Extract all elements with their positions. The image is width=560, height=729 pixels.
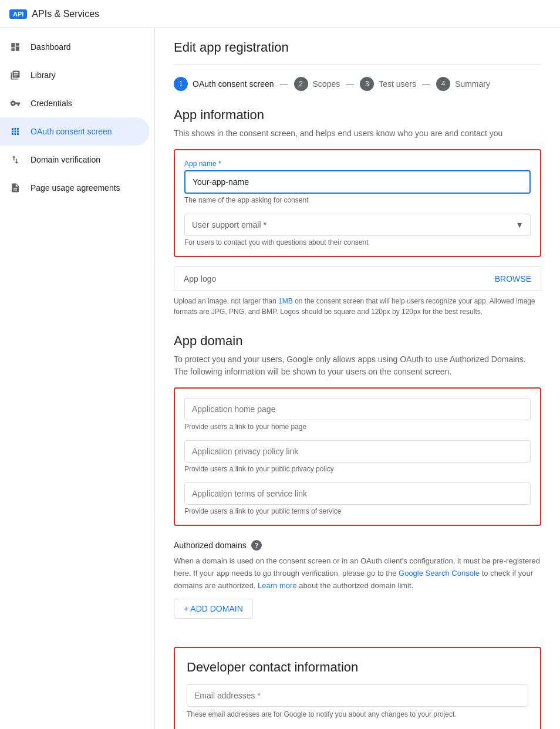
email-addresses-input[interactable] (187, 684, 528, 707)
app-name-label: App name * (184, 160, 531, 168)
app-name-card: App name * The name of the app asking fo… (174, 149, 541, 257)
app-name-hint: The name of the app asking for consent (184, 196, 531, 204)
page-usage-label: Page usage agreements (31, 183, 120, 193)
sidebar: Dashboard Library Credentials OAuth cons… (0, 28, 155, 729)
library-icon (9, 69, 21, 81)
app-domain-section: App domain To protect you and your users… (174, 333, 541, 526)
step-sep-1: — (280, 79, 288, 89)
service-name: APIs & Services (32, 9, 99, 19)
add-domain-button[interactable]: + ADD DOMAIN (174, 599, 253, 619)
step-4-num: 4 (436, 77, 450, 91)
home-page-hint: Provide users a link to your home page (184, 423, 531, 431)
user-support-wrapper: User support email * ▼ (184, 214, 531, 236)
home-page-field: Provide users a link to your home page (184, 398, 531, 431)
dashboard-label: Dashboard (31, 42, 71, 52)
privacy-policy-hint: Provide users a link to your public priv… (184, 465, 531, 473)
step-1: 1 OAuth consent screen (174, 77, 274, 91)
step-4: 4 Summary (436, 77, 490, 91)
credentials-label: Credentials (31, 99, 72, 108)
step-2: 2 Scopes (294, 77, 340, 91)
learn-more-link[interactable]: Learn more (258, 581, 296, 590)
step-1-label: OAuth consent screen (193, 79, 274, 89)
sidebar-item-domain[interactable]: Domain verification (0, 146, 150, 174)
auth-domains-header: Authorized domains ? (174, 540, 541, 551)
page-usage-icon (9, 182, 21, 194)
app-logo-row: App logo BROWSE (174, 266, 541, 291)
oauth-icon (9, 126, 21, 137)
auth-domains-desc: When a domain is used on the consent scr… (174, 555, 541, 592)
step-sep-3: — (422, 79, 430, 89)
auth-domains-desc-part3: about the authorized domain limit. (297, 581, 414, 590)
api-badge: API (9, 9, 27, 19)
user-support-select[interactable]: User support email * (184, 214, 531, 236)
credentials-icon (9, 97, 21, 109)
step-sep-2: — (346, 79, 354, 89)
api-logo: API APIs & Services (9, 9, 99, 19)
authorized-domains-section: Authorized domains ? When a domain is us… (174, 540, 541, 633)
sidebar-item-library[interactable]: Library (0, 61, 150, 89)
step-3-label: Test users (379, 79, 416, 89)
app-info-desc: This shows in the consent screen, and he… (174, 127, 541, 140)
stepper: 1 OAuth consent screen — 2 Scopes — 3 Te… (174, 77, 541, 91)
sidebar-item-credentials[interactable]: Credentials (0, 89, 150, 117)
auth-domains-title: Authorized domains (174, 541, 247, 550)
app-domain-desc: To protect you and your users, Google on… (174, 353, 541, 378)
logo-hint-link[interactable]: 1MB (278, 297, 293, 305)
step-1-num: 1 (174, 77, 188, 91)
tos-field: Provide users a link to your public term… (184, 482, 531, 515)
user-support-hint: For users to contact you with questions … (184, 238, 531, 247)
tos-hint: Provide users a link to your public term… (184, 507, 531, 515)
dashboard-icon (9, 41, 21, 53)
email-hint: These email addresses are for Google to … (187, 710, 528, 718)
developer-contact-title: Developer contact information (187, 660, 528, 675)
sidebar-item-page-usage[interactable]: Page usage agreements (0, 174, 150, 202)
logo-hint: Upload an image, not larger than 1MB on … (174, 296, 541, 317)
page-title: Edit app registration (174, 28, 541, 65)
privacy-policy-input[interactable] (184, 440, 531, 463)
sidebar-item-oauth[interactable]: OAuth consent screen (0, 117, 150, 146)
google-search-console-link[interactable]: Google Search Console (399, 569, 480, 578)
app-info-title: App information (174, 107, 541, 123)
step-2-num: 2 (294, 77, 308, 91)
main-content: Edit app registration 1 OAuth consent sc… (155, 28, 560, 729)
step-3-num: 3 (360, 77, 374, 91)
tos-input[interactable] (184, 482, 531, 505)
library-label: Library (31, 70, 56, 80)
app-name-field: App name * The name of the app asking fo… (184, 160, 531, 204)
help-icon[interactable]: ? (251, 540, 262, 551)
step-3: 3 Test users (360, 77, 416, 91)
step-2-label: Scopes (313, 79, 340, 89)
step-4-label: Summary (455, 79, 490, 89)
browse-button[interactable]: BROWSE (495, 274, 531, 284)
domain-label: Domain verification (31, 155, 100, 164)
app-domain-title: App domain (174, 333, 541, 349)
sidebar-item-dashboard[interactable]: Dashboard (0, 33, 150, 61)
app-name-input[interactable] (184, 170, 531, 194)
oauth-label: OAuth consent screen (31, 127, 112, 136)
app-info-section: App information This shows in the consen… (174, 107, 541, 317)
home-page-input[interactable] (184, 398, 531, 420)
privacy-policy-field: Provide users a link to your public priv… (184, 440, 531, 473)
developer-contact-section: Developer contact information These emai… (174, 647, 541, 729)
domain-fields-card: Provide users a link to your home page P… (174, 387, 541, 526)
domain-icon (9, 154, 21, 166)
user-support-field: User support email * ▼ For users to cont… (184, 214, 531, 247)
app-logo-label: App logo (184, 274, 216, 284)
